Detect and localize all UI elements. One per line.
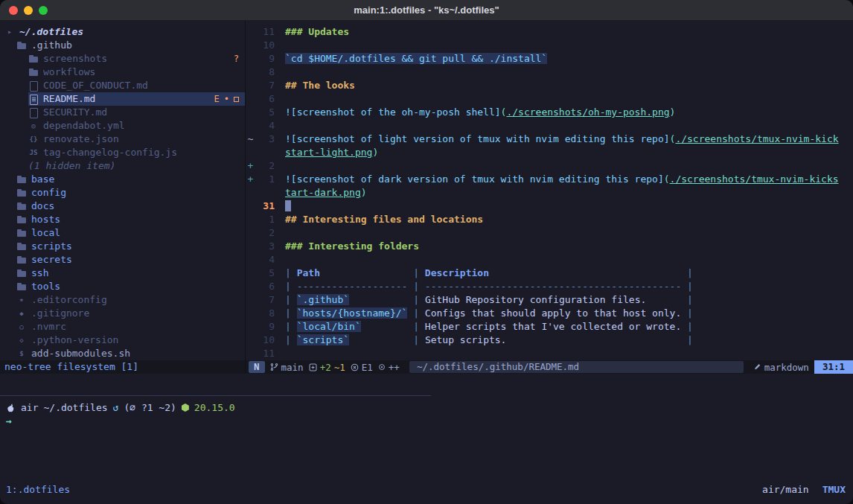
editor-line[interactable]: 8| `hosts/{hostname}/` | Configs that sh…: [246, 307, 853, 320]
editor-line[interactable]: 6: [246, 92, 853, 106]
editor-line[interactable]: 10| `scripts` | Setup scripts. |: [246, 334, 853, 347]
braces-icon: {}: [28, 134, 39, 144]
folder-icon: [16, 281, 27, 292]
statusline-row: neo-tree filesystem [1] N main +2 ~1: [0, 360, 853, 374]
editor-line[interactable]: tart-dark.png): [246, 186, 853, 200]
lsp-group: ++: [378, 362, 400, 373]
tree-item-github[interactable]: .github: [0, 39, 245, 52]
git-icon: ◆: [16, 308, 27, 319]
editor-line[interactable]: 2: [246, 226, 853, 240]
editor-line[interactable]: 1## Interesting files and locations: [246, 213, 853, 226]
tree-item-scripts[interactable]: scripts: [0, 240, 245, 253]
line-text: start-light.png): [285, 146, 853, 159]
line-number: 31: [255, 200, 275, 213]
editor-line[interactable]: 31: [246, 200, 853, 213]
line-text: [285, 92, 853, 106]
editor-line[interactable]: 10: [246, 39, 853, 52]
editor-line[interactable]: 4: [246, 119, 853, 133]
tree-item-label: base: [31, 173, 54, 186]
diff-icon: [309, 363, 317, 371]
gutter-sign: [246, 106, 255, 119]
tree-item-tag-changelog-config-js[interactable]: JStag-changelog-config.js: [0, 146, 245, 159]
tree-item-renovate-json[interactable]: {}renovate.json: [0, 133, 245, 146]
gutter-sign: [246, 213, 255, 226]
editor-line[interactable]: 3### Interesting folders: [246, 240, 853, 253]
editor-line[interactable]: 6| ------------------- | ---------------…: [246, 280, 853, 293]
editor-line[interactable]: start-light.png): [246, 146, 853, 159]
tree-item-local[interactable]: local: [0, 226, 245, 240]
editor-line[interactable]: 7## The looks: [246, 79, 853, 92]
editor-line[interactable]: +2: [246, 159, 853, 173]
line-text: [285, 39, 853, 52]
tmux-right-status: air/main TMUX: [762, 484, 846, 495]
tree-item-secrets[interactable]: secrets: [0, 253, 245, 267]
tree-item-editorconfig[interactable]: ∗.editorconfig: [0, 293, 245, 307]
tree-item-workflows[interactable]: workflows: [0, 66, 245, 79]
gutter-sign: [246, 267, 255, 280]
tree-item-1-hidden-item[interactable]: (1 hidden item): [0, 159, 245, 173]
tree-item-base[interactable]: base: [0, 173, 245, 186]
window-title: main:1:.dotfiles - "ks~/.dotfiles": [0, 4, 853, 16]
titlebar: main:1:.dotfiles - "ks~/.dotfiles": [0, 0, 853, 21]
editor-line[interactable]: 9| `local/bin` | Helper scripts that I'v…: [246, 320, 853, 334]
gutter-sign: [246, 307, 255, 320]
tree-item-ssh[interactable]: ssh: [0, 267, 245, 280]
line-number: 2: [255, 159, 275, 173]
line-text: `cd $HOME/.dotfiles && git pull && ./ins…: [285, 52, 853, 66]
editor-line[interactable]: ~3![screenshot of light version of tmux …: [246, 133, 853, 146]
editor-line[interactable]: 8: [246, 66, 853, 79]
line-number: 11: [255, 25, 275, 39]
filepath-chip[interactable]: ~/.dotfiles/.github/README.md: [409, 361, 744, 373]
gutter-sign: [246, 186, 255, 200]
editor-buffer[interactable]: 11### Updates109`cd $HOME/.dotfiles && g…: [246, 21, 853, 360]
tree-item-hosts[interactable]: hosts: [0, 213, 245, 226]
editor-line[interactable]: +1![screenshot of dark version of tmux w…: [246, 173, 853, 186]
tree-item-label: .python-version: [31, 334, 118, 347]
error-badge: E: [214, 92, 220, 106]
folder-icon: [16, 228, 27, 238]
editor-line[interactable]: 7| `.github` | GitHub Repository configu…: [246, 293, 853, 307]
editor-line[interactable]: 4: [246, 253, 853, 267]
tree-item-code-of-conduct-md[interactable]: CODE_OF_CONDUCT.md: [0, 79, 245, 92]
filetype-group: markdown: [753, 362, 809, 373]
tree-item-security-md[interactable]: SECURITY.md: [0, 106, 245, 119]
shell-pane[interactable]: air ~/.dotfiles ↺ (⌀ ?1 ~2) 20.15.0 → 1:…: [0, 374, 853, 504]
line-text: ![screenshot of dark version of tmux wit…: [285, 173, 853, 186]
gutter-sign: [246, 280, 255, 293]
tree-item-dotfiles[interactable]: ▸~/.dotfiles: [0, 25, 245, 39]
editor-line[interactable]: 9`cd $HOME/.dotfiles && git pull && ./in…: [246, 52, 853, 66]
line-number: 4: [255, 253, 275, 267]
tree-item-label: docs: [31, 200, 54, 213]
tree-item-dependabot-yml[interactable]: ◎dependabot.yml: [0, 119, 245, 133]
gutter-sign: [246, 92, 255, 106]
tree-item-python-version[interactable]: ◇.python-version: [0, 334, 245, 347]
tmux-window-label[interactable]: 1:.dotfiles: [6, 484, 70, 495]
tree-item-tools[interactable]: tools: [0, 280, 245, 293]
tree-item-docs[interactable]: docs: [0, 200, 245, 213]
gutter-sign: [246, 119, 255, 133]
editor-line[interactable]: 11### Updates: [246, 25, 853, 39]
editor-line[interactable]: 11: [246, 347, 853, 360]
tree-item-screenshots[interactable]: screenshots?: [0, 52, 245, 66]
line-number: 5: [255, 106, 275, 119]
tree-item-label: screenshots: [43, 52, 107, 66]
tree-item-gitignore[interactable]: ◆.gitignore: [0, 307, 245, 320]
prompt-host: air: [21, 402, 38, 413]
editor-line[interactable]: 5![screenshot of the oh-my-posh shell](.…: [246, 106, 853, 119]
tree-item-nvmrc[interactable]: ○.nvmrc: [0, 320, 245, 334]
gutter-sign: [246, 293, 255, 307]
line-text: | Path | Description |: [285, 267, 853, 280]
tree-item-add-submodules-sh[interactable]: $add-submodules.sh: [0, 347, 245, 360]
tree-item-config[interactable]: config: [0, 186, 245, 200]
line-text: | `scripts` | Setup scripts. |: [285, 334, 853, 347]
tree-item-readme-md[interactable]: README.mdE•: [0, 92, 245, 106]
line-number: 10: [255, 334, 275, 347]
python-icon: ◇: [16, 335, 27, 345]
dot-badge: •: [224, 92, 229, 106]
line-text: | ------------------- | ----------------…: [285, 280, 853, 293]
folder-icon: [16, 241, 27, 252]
line-text: | `hosts/{hostname}/` | Configs that sho…: [285, 307, 853, 320]
diagnostics-group: E1: [351, 362, 373, 373]
editor-line[interactable]: 5| Path | Description |: [246, 267, 853, 280]
neotree-statusline-label: neo-tree filesystem [1]: [4, 361, 138, 372]
